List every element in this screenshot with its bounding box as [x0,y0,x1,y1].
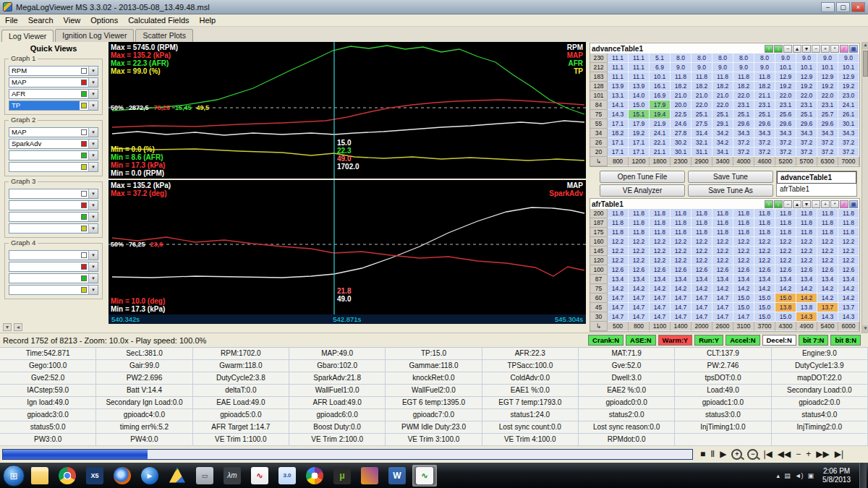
table-cell[interactable]: 12.2 [796,247,817,256]
table-cell[interactable]: 22.0 [692,100,712,110]
table-cell[interactable]: 14.2 [796,284,817,294]
table-cell[interactable]: 12.6 [817,265,838,275]
menu-item-calculated-fields[interactable]: Calculated Fields [123,15,194,25]
table-cell[interactable]: 11.1 [608,53,629,63]
playback-progress-bar[interactable] [2,449,693,460]
table-cell[interactable]: 11.8 [671,209,692,218]
tray-device-icon[interactable]: ▣ [808,472,814,479]
table-cell[interactable]: 12.2 [671,247,692,256]
table-cell[interactable]: 11.8 [692,228,712,237]
table-cell[interactable]: 14.7 [733,312,754,322]
table-cell[interactable]: 14.3 [838,312,859,322]
table-cell[interactable]: 12.2 [608,247,629,256]
table-cell[interactable]: 12.6 [796,265,817,275]
table-cell[interactable]: 14.7 [692,303,712,312]
google-drive-icon[interactable] [165,465,190,487]
table-cell[interactable]: 14.2 [817,284,838,294]
table-cell[interactable]: 11.8 [608,218,629,228]
table-cell[interactable]: 15.0 [733,294,754,303]
table-cell[interactable]: 25.7 [817,110,838,119]
table-cell[interactable]: 9.0 [838,53,859,63]
table-cell[interactable]: 10.1 [838,63,859,72]
table-cell[interactable]: 37.2 [733,138,754,147]
table-cell[interactable]: 11.1 [608,63,629,72]
collapse-down-icon[interactable]: ▾ [3,323,12,331]
bottom-graph[interactable]: Max = 135.2 (kPa)Max = 37.2 (deg) MAPSpa… [109,180,586,314]
channel-select-value[interactable]: MAP [9,128,80,137]
table-cell[interactable]: 29.6 [733,119,754,129]
table-cell[interactable]: 13.4 [650,275,671,284]
table-cell[interactable]: 12.2 [712,256,733,265]
table-cell[interactable]: 11.8 [796,209,817,218]
tray-volume-icon[interactable]: ◄) [795,472,804,479]
dropdown-arrow-icon[interactable]: ▼ [88,140,98,148]
word-icon[interactable]: W [385,465,409,487]
interpolate-icon[interactable]: * [830,45,839,53]
table-cell[interactable]: 8.0 [754,53,775,63]
table-cell[interactable]: 11.8 [671,218,692,228]
channel-selector[interactable]: ▼ [9,162,98,172]
photo-app-icon[interactable] [357,465,382,487]
taskbar-clock[interactable]: 2:06 PM 5/8/2013 [822,467,851,484]
table-cell[interactable]: 17.1 [608,138,629,147]
table-cell[interactable]: 25.6 [775,110,796,119]
channel-selector[interactable]: MAP▼ [9,127,98,137]
table-cell[interactable]: 17.1 [629,147,650,157]
table-cell[interactable]: 32.1 [692,138,712,147]
table-cell[interactable]: 14.7 [671,303,692,312]
table-cell[interactable]: 14.3 [608,110,629,119]
table-cell[interactable]: 37.2 [796,138,817,147]
table-cell[interactable]: 11.8 [796,218,817,228]
table-cell[interactable]: 30.1 [838,119,859,129]
table-cell[interactable]: 22.0 [796,91,817,100]
table-cell[interactable]: 10.1 [796,63,817,72]
table-cell[interactable]: 37.2 [796,147,817,157]
move-up-icon[interactable]: ↑ [765,200,773,208]
move-up-icon[interactable]: ↑ [765,45,773,53]
picasa-icon[interactable] [302,465,327,487]
table-cell[interactable]: 14.2 [754,284,775,294]
table-cell[interactable]: 12.2 [775,256,796,265]
table-cell[interactable]: 10.1 [775,63,796,72]
table-cell[interactable]: 22.0 [817,91,838,100]
skip-start-button[interactable]: |◀ [763,448,772,460]
table-cell[interactable]: 14.2 [796,294,817,303]
save-tune-button[interactable]: Save Tune [688,171,773,183]
table-cell[interactable]: 9.0 [733,63,754,72]
table-cell[interactable]: 11.8 [712,72,733,82]
table-cell[interactable]: 18.2 [712,82,733,91]
table-cell[interactable]: 12.6 [650,265,671,275]
table-cell[interactable]: 12.6 [608,265,629,275]
table-cell[interactable]: 25.1 [754,110,775,119]
table-cell[interactable]: 23.1 [775,100,796,110]
table-cell[interactable]: 14.7 [629,303,650,312]
table-cell[interactable]: 15.0 [775,294,796,303]
table-cell[interactable]: 31.4 [692,129,712,138]
table-cell[interactable]: 11.8 [608,228,629,237]
table-cell[interactable]: 31.1 [692,147,712,157]
shrink-icon[interactable]: − [783,200,792,208]
channel-selector[interactable]: ▼ [9,189,98,199]
windows-explorer-icon[interactable] [27,465,52,487]
table-cell[interactable]: 11.8 [692,218,712,228]
chart-30-app-icon[interactable]: 3.0 [275,465,299,487]
table-cell[interactable]: 22.0 [775,91,796,100]
dropdown-arrow-icon[interactable]: ▼ [88,262,98,271]
table-cell[interactable]: 18.2 [671,82,692,91]
table-cell[interactable]: 12.2 [671,256,692,265]
table-cell[interactable]: 14.7 [629,312,650,322]
table-cell[interactable]: 9.0 [712,63,733,72]
decrease-icon[interactable]: − [812,200,820,208]
table-cell[interactable]: 15.0 [775,312,796,322]
start-button[interactable]: ⊞ [3,465,25,487]
move-down-icon[interactable]: ↓ [774,200,783,208]
top-graph[interactable]: Max = 5745.0 (RPM)Max = 135.2 (kPa)Max =… [109,42,586,179]
table-cell[interactable]: 14.2 [608,284,629,294]
table-cell[interactable]: 12.6 [712,265,733,275]
table-cell[interactable]: 12.9 [775,72,796,82]
table-list-item-afrtable1[interactable]: afrTable1 [777,184,856,196]
table-cell[interactable]: 15.0 [754,294,775,303]
table-cell[interactable]: 11.1 [608,72,629,82]
table-cell[interactable]: 14.7 [608,303,629,312]
menu-item-file[interactable]: File [0,15,23,25]
